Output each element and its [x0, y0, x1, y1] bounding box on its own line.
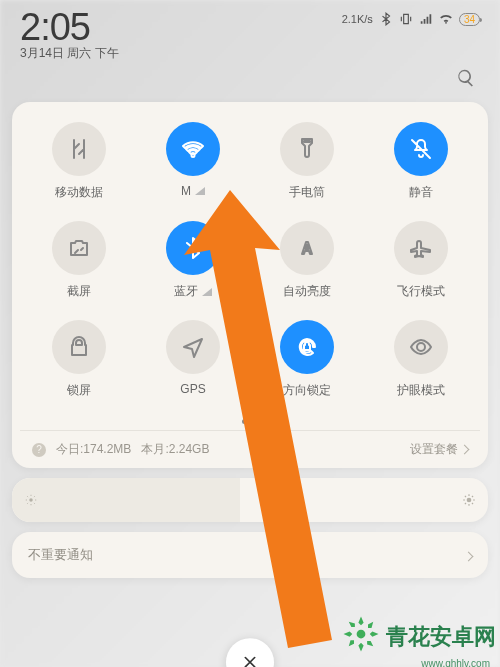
- screenshot-icon: [52, 221, 106, 275]
- tile-eye[interactable]: 护眼模式: [368, 320, 474, 399]
- tile-flashlight[interactable]: 手电筒: [254, 122, 360, 201]
- info-icon: ?: [32, 443, 46, 457]
- tile-brightness[interactable]: 自动亮度: [254, 221, 360, 300]
- close-icon: [242, 654, 258, 667]
- tile-mute[interactable]: 静音: [368, 122, 474, 201]
- brightness-slider[interactable]: [12, 478, 488, 522]
- wifi-status-icon: [439, 12, 453, 26]
- battery-status: 34: [459, 13, 480, 26]
- tile-wifi[interactable]: M: [140, 122, 246, 201]
- unimportant-notifications[interactable]: 不重要通知: [12, 532, 488, 578]
- tile-screenshot[interactable]: 截屏: [26, 221, 132, 300]
- close-button[interactable]: [226, 638, 274, 667]
- brightness-icon: [280, 221, 334, 275]
- tile-label: 移动数据: [55, 184, 103, 201]
- mobile-data-icon: [52, 122, 106, 176]
- data-usage-row[interactable]: ? 今日:174.2MB 本月:2.24GB 设置套餐: [20, 430, 480, 462]
- status-bar: 2:05 3月14日 周六 下午 2.1K/s 34: [6, 0, 494, 64]
- chevron-right-icon: [465, 548, 472, 563]
- mute-icon: [394, 122, 448, 176]
- flashlight-icon: [280, 122, 334, 176]
- tile-mobile-data[interactable]: 移动数据: [26, 122, 132, 201]
- watermark-url: www.qhhlv.com: [421, 658, 490, 667]
- tile-label: GPS: [180, 382, 205, 396]
- tile-label: 截屏: [67, 283, 91, 300]
- ori-lock-icon: [280, 320, 334, 374]
- tile-label: 飞行模式: [397, 283, 445, 300]
- quick-settings-panel: 移动数据M手电筒静音截屏蓝牙自动亮度飞行模式锁屏GPS方向锁定护眼模式 ? 今日…: [12, 102, 488, 468]
- status-time: 2:05: [20, 6, 119, 49]
- airplane-icon: [394, 221, 448, 275]
- tile-label: 锁屏: [67, 382, 91, 399]
- tile-label: 护眼模式: [397, 382, 445, 399]
- svg-point-3: [357, 630, 366, 639]
- tile-bluetooth[interactable]: 蓝牙: [140, 221, 246, 300]
- plan-link[interactable]: 设置套餐: [410, 441, 468, 458]
- gps-icon: [166, 320, 220, 374]
- status-icons: 2.1K/s 34: [342, 6, 480, 26]
- signal-status-icon: [419, 12, 433, 26]
- bluetooth-status-icon: [379, 12, 393, 26]
- sun-low-icon: [24, 493, 38, 507]
- watermark-logo-icon: [340, 613, 382, 661]
- lock-icon: [52, 320, 106, 374]
- svg-point-0: [29, 498, 33, 502]
- status-date: 3月14日 周六 下午: [20, 45, 119, 62]
- tile-label: 蓝牙: [174, 283, 212, 300]
- svg-point-1: [467, 498, 472, 503]
- eye-icon: [394, 320, 448, 374]
- tile-label: 方向锁定: [283, 382, 331, 399]
- tile-label: 手电筒: [289, 184, 325, 201]
- search-icon[interactable]: [456, 68, 476, 92]
- vibrate-status-icon: [399, 12, 413, 26]
- tile-lock[interactable]: 锁屏: [26, 320, 132, 399]
- tile-label: M: [181, 184, 205, 198]
- page-indicator: [20, 409, 480, 430]
- tile-airplane[interactable]: 飞行模式: [368, 221, 474, 300]
- tile-label: 静音: [409, 184, 433, 201]
- net-speed: 2.1K/s: [342, 13, 373, 25]
- tile-ori-lock[interactable]: 方向锁定: [254, 320, 360, 399]
- sun-high-icon: [462, 493, 476, 507]
- bluetooth-icon: [166, 221, 220, 275]
- wifi-icon: [166, 122, 220, 176]
- tile-gps[interactable]: GPS: [140, 320, 246, 399]
- tile-label: 自动亮度: [283, 283, 331, 300]
- watermark: 青花安卓网: [340, 613, 496, 661]
